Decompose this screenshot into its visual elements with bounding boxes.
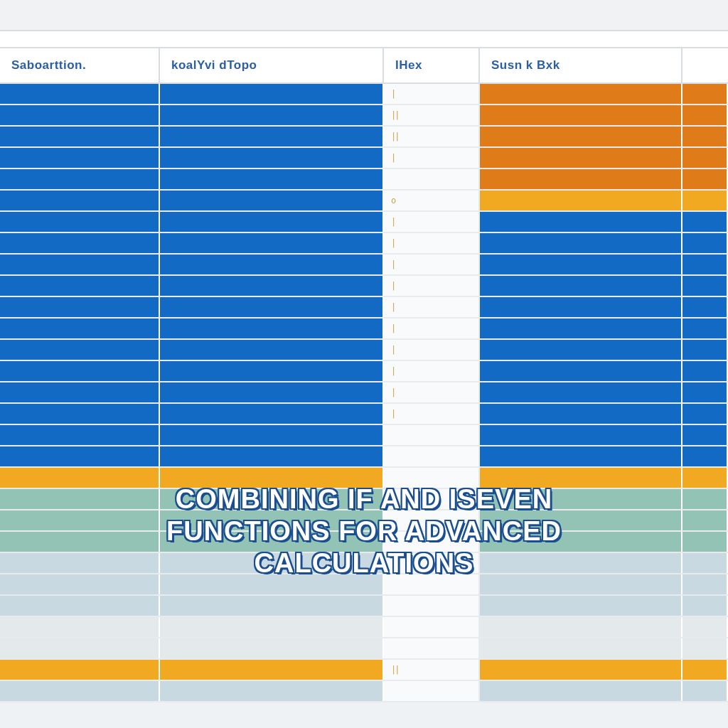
cell-a[interactable] xyxy=(0,510,160,530)
table-row[interactable]: | xyxy=(0,84,728,105)
cell-b[interactable] xyxy=(160,148,384,168)
cell-a[interactable] xyxy=(0,446,160,466)
cell-d[interactable] xyxy=(480,233,682,253)
cell-e[interactable] xyxy=(682,212,728,232)
cell-b[interactable] xyxy=(160,340,384,360)
cell-e[interactable] xyxy=(682,617,728,637)
cell-b[interactable] xyxy=(160,84,384,104)
cell-d[interactable] xyxy=(480,468,682,488)
cell-d[interactable] xyxy=(480,276,682,296)
table-row[interactable] xyxy=(0,510,728,532)
cell-e[interactable] xyxy=(682,169,728,189)
cell-c[interactable] xyxy=(384,446,480,466)
table-row[interactable] xyxy=(0,532,728,553)
cell-e[interactable] xyxy=(682,425,728,445)
cell-c[interactable] xyxy=(384,532,480,552)
table-row[interactable]: || xyxy=(0,660,728,681)
cell-e[interactable] xyxy=(682,127,728,146)
cell-d[interactable] xyxy=(480,446,682,466)
cell-e[interactable] xyxy=(682,404,728,424)
cell-a[interactable] xyxy=(0,404,160,424)
cell-e[interactable] xyxy=(682,297,728,317)
header-col-a[interactable]: Saboarttion. xyxy=(0,48,160,82)
cell-a[interactable] xyxy=(0,425,160,445)
cell-e[interactable] xyxy=(682,276,728,296)
cell-e[interactable] xyxy=(682,148,728,168)
cell-a[interactable] xyxy=(0,617,160,637)
cell-e[interactable] xyxy=(682,340,728,360)
table-row[interactable] xyxy=(0,617,728,638)
table-row[interactable] xyxy=(0,574,728,596)
cell-c[interactable] xyxy=(384,169,480,189)
cell-c[interactable] xyxy=(384,489,480,509)
cell-d[interactable] xyxy=(480,105,682,125)
cell-b[interactable] xyxy=(160,446,384,466)
cell-c[interactable]: | xyxy=(384,361,480,381)
cell-d[interactable] xyxy=(480,255,682,274)
cell-a[interactable] xyxy=(0,532,160,552)
cell-d[interactable] xyxy=(480,212,682,232)
table-row[interactable]: | xyxy=(0,361,728,382)
cell-d[interactable] xyxy=(480,681,682,701)
cell-c[interactable]: || xyxy=(384,105,480,125)
cell-d[interactable] xyxy=(480,638,682,658)
cell-c[interactable]: | xyxy=(384,276,480,296)
cell-c[interactable]: | xyxy=(384,382,480,402)
cell-b[interactable] xyxy=(160,297,384,317)
cell-d[interactable] xyxy=(480,84,682,104)
cell-b[interactable] xyxy=(160,361,384,381)
table-row[interactable] xyxy=(0,169,728,191)
cell-c[interactable]: | xyxy=(384,148,480,168)
cell-b[interactable] xyxy=(160,105,384,125)
cell-d[interactable] xyxy=(480,127,682,146)
cell-c[interactable]: o xyxy=(384,191,480,210)
cell-b[interactable] xyxy=(160,255,384,274)
cell-e[interactable] xyxy=(682,318,728,338)
cell-e[interactable] xyxy=(682,489,728,509)
cell-e[interactable] xyxy=(682,574,728,594)
cell-a[interactable] xyxy=(0,681,160,701)
cell-e[interactable] xyxy=(682,553,728,573)
cell-d[interactable] xyxy=(480,169,682,189)
cell-c[interactable]: | xyxy=(384,212,480,232)
cell-d[interactable] xyxy=(480,489,682,509)
table-row[interactable] xyxy=(0,425,728,446)
cell-a[interactable] xyxy=(0,127,160,146)
cell-c[interactable] xyxy=(384,681,480,701)
cell-c[interactable] xyxy=(384,574,480,594)
header-col-d[interactable]: Susn k Bxk xyxy=(480,48,682,82)
cell-b[interactable] xyxy=(160,510,384,530)
cell-c[interactable]: | xyxy=(384,318,480,338)
cell-d[interactable] xyxy=(480,191,682,210)
cell-a[interactable] xyxy=(0,233,160,253)
cell-b[interactable] xyxy=(160,596,384,616)
cell-a[interactable] xyxy=(0,84,160,104)
cell-a[interactable] xyxy=(0,596,160,616)
table-row[interactable] xyxy=(0,638,728,660)
cell-d[interactable] xyxy=(480,532,682,552)
cell-d[interactable] xyxy=(480,340,682,360)
cell-e[interactable] xyxy=(682,532,728,552)
cell-a[interactable] xyxy=(0,361,160,381)
table-row[interactable]: | xyxy=(0,340,728,361)
cell-a[interactable] xyxy=(0,574,160,594)
cell-b[interactable] xyxy=(160,638,384,658)
cell-a[interactable] xyxy=(0,212,160,232)
cell-b[interactable] xyxy=(160,489,384,509)
table-row[interactable] xyxy=(0,489,728,510)
cell-d[interactable] xyxy=(480,617,682,637)
cell-a[interactable] xyxy=(0,318,160,338)
cell-b[interactable] xyxy=(160,617,384,637)
table-row[interactable]: | xyxy=(0,255,728,276)
table-row[interactable]: | xyxy=(0,148,728,169)
cell-b[interactable] xyxy=(160,553,384,573)
cell-a[interactable] xyxy=(0,297,160,317)
table-row[interactable] xyxy=(0,596,728,617)
cell-e[interactable] xyxy=(682,84,728,104)
cell-e[interactable] xyxy=(682,233,728,253)
cell-e[interactable] xyxy=(682,382,728,402)
cell-b[interactable] xyxy=(160,318,384,338)
table-row[interactable]: | xyxy=(0,318,728,340)
table-row[interactable] xyxy=(0,468,728,489)
cell-b[interactable] xyxy=(160,212,384,232)
